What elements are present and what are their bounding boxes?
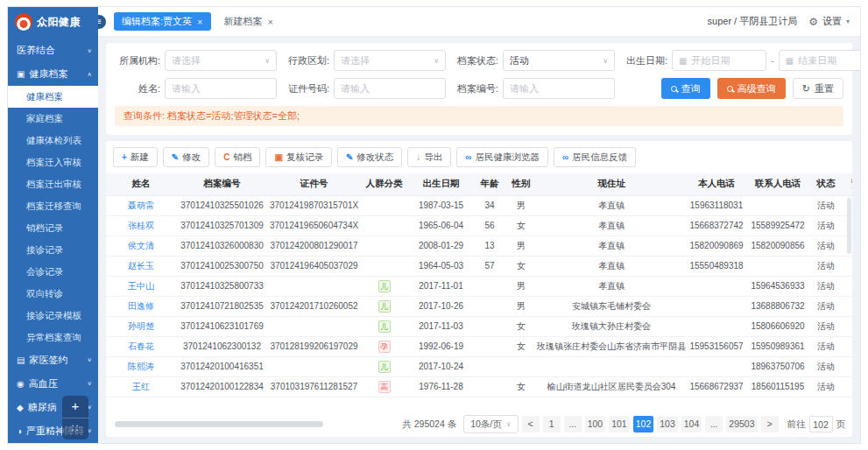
page-size-value: 10条/页 bbox=[470, 418, 502, 431]
sidebar-item[interactable]: 双向转诊 bbox=[8, 283, 98, 305]
table-row[interactable]: 赵长玉 37012410025300750 370124196405037029… bbox=[106, 256, 852, 276]
table-row[interactable]: 侯文清 37012410326000830 370124200801290017… bbox=[106, 236, 852, 256]
sidebar-item[interactable]: 销档记录 bbox=[8, 217, 98, 239]
patient-name-link[interactable]: 孙明楚 bbox=[128, 321, 154, 331]
column-header[interactable]: 现住址 bbox=[537, 173, 686, 195]
table-row[interactable]: 王中山 37012410325800733 儿 2017-11-01 男 孝直镇 bbox=[106, 276, 852, 296]
column-header[interactable]: 本人电话 bbox=[686, 173, 747, 195]
contact-phone-cell: 15820090856 bbox=[747, 236, 808, 256]
toolbar-button-label: 销档 bbox=[233, 151, 251, 164]
sidebar-item[interactable]: 健康体检列表 bbox=[8, 130, 98, 151]
patient-name-link[interactable]: 石春花 bbox=[128, 341, 154, 351]
patient-name-link[interactable]: 王红 bbox=[132, 382, 150, 391]
close-icon[interactable]: × bbox=[268, 17, 273, 27]
patient-name-link[interactable]: 侯文清 bbox=[128, 241, 154, 250]
patient-name-link[interactable]: 陈熙涛 bbox=[128, 362, 154, 371]
drag-dots-icon[interactable]: ∷ bbox=[62, 418, 88, 439]
vertical-scrollbar[interactable] bbox=[847, 198, 851, 254]
page-number[interactable]: 103 bbox=[657, 416, 678, 432]
next-page-button[interactable]: > bbox=[761, 416, 779, 432]
toolbar-button[interactable]: ✎ 修改状态 bbox=[337, 147, 402, 167]
sidebar-item[interactable]: 接诊记录 bbox=[8, 239, 98, 261]
page-number[interactable]: ... bbox=[705, 416, 723, 432]
toolbar-button[interactable]: ✎ 修改 bbox=[163, 147, 209, 167]
table-row[interactable]: 田逸修 37012410721802535 370124201710260052… bbox=[106, 296, 852, 316]
column-header[interactable]: 年龄 bbox=[474, 173, 505, 195]
patient-name-link[interactable]: 田逸修 bbox=[128, 301, 154, 311]
tab-bar: 编辑档案:贾文英 × 新建档案 × bbox=[114, 12, 281, 31]
table-row[interactable]: 张桂双 37012410325701309 37012419650604734X… bbox=[106, 215, 852, 236]
column-header[interactable]: 姓名 bbox=[106, 173, 176, 195]
floating-widget[interactable]: + ∷ bbox=[62, 396, 88, 439]
toolbar-button[interactable]: ∞ 居民健康浏览器 bbox=[456, 147, 548, 167]
goto-page-input[interactable] bbox=[809, 416, 833, 432]
toolbar-button[interactable]: ▣ 复核记录 bbox=[265, 147, 331, 167]
sidebar-item[interactable]: ◉ 高血压 ∨ bbox=[8, 372, 98, 396]
sidebar-collapse-button[interactable]: ≡ bbox=[98, 14, 107, 30]
name-input[interactable] bbox=[172, 83, 270, 94]
table-row[interactable]: 王红 37012420100122834 370103197611281527 … bbox=[106, 376, 852, 397]
birthdate-start-input[interactable] bbox=[691, 55, 759, 66]
table-row[interactable]: 孙明楚 37012410623101769 儿 2017-11-03 女 玫瑰镇… bbox=[106, 316, 852, 336]
patient-name-link[interactable]: 张桂双 bbox=[128, 221, 154, 230]
table-row[interactable]: 石春花 3701241062300132 370128199206197029 … bbox=[106, 336, 852, 356]
fileno-input[interactable] bbox=[510, 83, 608, 94]
toolbar-button[interactable]: C 销档 bbox=[215, 147, 260, 167]
prev-page-button[interactable]: < bbox=[522, 416, 540, 432]
sidebar-item[interactable]: ▤ 家医签约 ∨ bbox=[8, 348, 98, 372]
gear-icon[interactable]: ⚙ bbox=[808, 16, 818, 28]
close-icon[interactable]: × bbox=[197, 17, 202, 27]
sidebar-item[interactable]: 档案迁入审核 bbox=[8, 151, 98, 173]
page-number[interactable]: 100 bbox=[585, 416, 606, 432]
sidebar-item[interactable]: 档案迁出审核 bbox=[8, 173, 98, 195]
org-select[interactable]: 请选择 ∨ bbox=[165, 50, 277, 71]
status-cell: 活动 bbox=[808, 215, 843, 236]
column-header[interactable]: 证件号 bbox=[268, 173, 360, 195]
tab[interactable]: 编辑档案:贾文英 × bbox=[114, 12, 211, 31]
column-header[interactable]: 责任医生 bbox=[843, 173, 852, 195]
status-select[interactable]: 活动 ∨ bbox=[503, 50, 615, 71]
page-size-select[interactable]: 10条/页 ∨ bbox=[463, 415, 518, 433]
birthdate-start-field[interactable]: ▦ bbox=[672, 50, 766, 71]
patient-name-link[interactable]: 王中山 bbox=[128, 281, 154, 291]
reset-button[interactable]: ↻ 重置 bbox=[793, 78, 843, 99]
column-header[interactable]: 出生日期 bbox=[408, 173, 474, 195]
plus-icon[interactable]: + bbox=[62, 396, 88, 418]
toolbar-button[interactable]: ↓ 导出 bbox=[407, 147, 451, 167]
sidebar-item[interactable]: 接诊记录模板 bbox=[8, 305, 98, 327]
patient-name-link[interactable]: 赵长玉 bbox=[128, 261, 154, 271]
settings-label[interactable]: 设置 bbox=[822, 15, 842, 28]
sidebar-item[interactable]: 家庭档案 bbox=[8, 108, 98, 130]
page-number[interactable]: ... bbox=[564, 416, 582, 432]
birthdate-end-field[interactable]: ▦ bbox=[779, 50, 860, 71]
sidebar-item[interactable]: 健康档案 bbox=[8, 86, 98, 108]
tab[interactable]: 新建档案 × bbox=[216, 12, 281, 31]
search-button[interactable]: 查询 bbox=[661, 78, 710, 99]
region-select[interactable]: 请选择 ∨ bbox=[334, 50, 446, 71]
column-header[interactable]: 档案编号 bbox=[176, 173, 268, 195]
table-row[interactable]: 陈熙涛 37012420100416351 儿 2017-10-24 bbox=[106, 356, 852, 376]
column-header[interactable]: 状态 bbox=[808, 173, 843, 195]
column-header[interactable]: 联系人电话 bbox=[747, 173, 808, 195]
sidebar-item[interactable]: 异常档案查询 bbox=[8, 327, 98, 348]
sidebar-item[interactable]: 档案迁移查询 bbox=[8, 195, 98, 217]
column-header[interactable]: 人群分类 bbox=[360, 173, 408, 195]
page-number[interactable]: 104 bbox=[681, 416, 702, 432]
idcard-input[interactable] bbox=[341, 83, 439, 94]
toolbar-button[interactable]: ∞ 居民信息反馈 bbox=[554, 147, 636, 167]
sidebar-item[interactable]: 医养结合 ∨ bbox=[8, 39, 98, 62]
birthdate-end-input[interactable] bbox=[798, 55, 860, 66]
advanced-search-button[interactable]: 高级查询 bbox=[717, 78, 786, 99]
page-number[interactable]: 29503 bbox=[726, 416, 757, 432]
toolbar-button[interactable]: + 新建 bbox=[113, 147, 158, 167]
patient-name-link[interactable]: 聂萌雷 bbox=[128, 200, 154, 210]
horizontal-scrollbar-thumb[interactable] bbox=[115, 421, 323, 427]
page-number[interactable]: 102 bbox=[633, 416, 654, 432]
sidebar-item[interactable]: 会诊记录 bbox=[8, 261, 98, 283]
table-row[interactable]: 聂萌雷 37012410325501026 37012419870315701X… bbox=[106, 195, 852, 215]
column-header[interactable]: 性别 bbox=[505, 173, 537, 195]
page-number[interactable]: 101 bbox=[609, 416, 630, 432]
page-number[interactable]: 1 bbox=[543, 416, 561, 432]
sidebar-item[interactable]: ▣ 健康档案 ∧ bbox=[8, 62, 98, 86]
horizontal-scrollbar[interactable] bbox=[113, 421, 393, 427]
